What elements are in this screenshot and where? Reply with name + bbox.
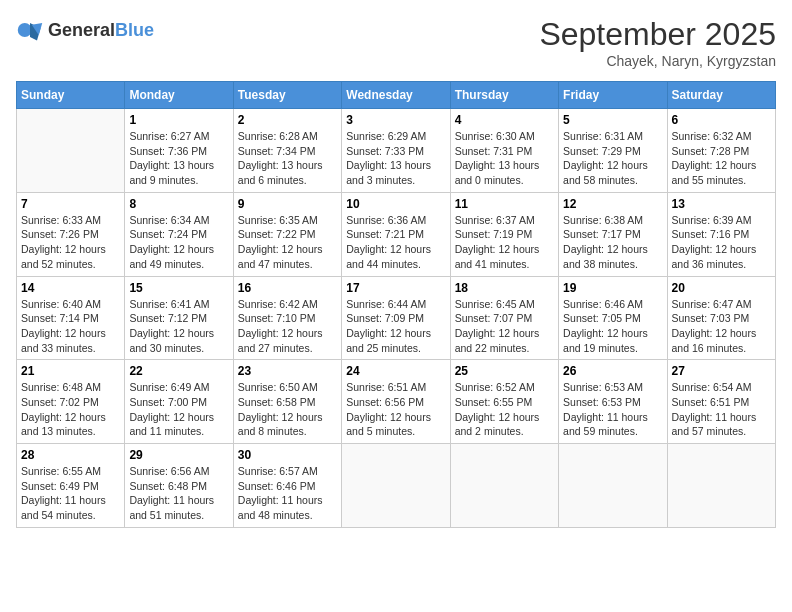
calendar-cell [17,109,125,193]
calendar-cell: 8Sunrise: 6:34 AMSunset: 7:24 PMDaylight… [125,192,233,276]
calendar-cell: 1Sunrise: 6:27 AMSunset: 7:36 PMDaylight… [125,109,233,193]
week-row-2: 7Sunrise: 6:33 AMSunset: 7:26 PMDaylight… [17,192,776,276]
calendar-cell: 15Sunrise: 6:41 AMSunset: 7:12 PMDayligh… [125,276,233,360]
calendar-cell: 27Sunrise: 6:54 AMSunset: 6:51 PMDayligh… [667,360,775,444]
day-number: 10 [346,197,445,211]
calendar-cell: 29Sunrise: 6:56 AMSunset: 6:48 PMDayligh… [125,444,233,528]
day-number: 17 [346,281,445,295]
day-info: Sunrise: 6:27 AMSunset: 7:36 PMDaylight:… [129,129,228,188]
day-info: Sunrise: 6:36 AMSunset: 7:21 PMDaylight:… [346,213,445,272]
week-row-5: 28Sunrise: 6:55 AMSunset: 6:49 PMDayligh… [17,444,776,528]
header-row: SundayMondayTuesdayWednesdayThursdayFrid… [17,82,776,109]
calendar-cell: 17Sunrise: 6:44 AMSunset: 7:09 PMDayligh… [342,276,450,360]
calendar-cell: 9Sunrise: 6:35 AMSunset: 7:22 PMDaylight… [233,192,341,276]
day-info: Sunrise: 6:44 AMSunset: 7:09 PMDaylight:… [346,297,445,356]
calendar-cell: 3Sunrise: 6:29 AMSunset: 7:33 PMDaylight… [342,109,450,193]
calendar-cell: 25Sunrise: 6:52 AMSunset: 6:55 PMDayligh… [450,360,558,444]
day-info: Sunrise: 6:52 AMSunset: 6:55 PMDaylight:… [455,380,554,439]
calendar-cell: 7Sunrise: 6:33 AMSunset: 7:26 PMDaylight… [17,192,125,276]
calendar-cell: 6Sunrise: 6:32 AMSunset: 7:28 PMDaylight… [667,109,775,193]
col-header-friday: Friday [559,82,667,109]
day-info: Sunrise: 6:46 AMSunset: 7:05 PMDaylight:… [563,297,662,356]
day-number: 15 [129,281,228,295]
day-info: Sunrise: 6:49 AMSunset: 7:00 PMDaylight:… [129,380,228,439]
calendar-table: SundayMondayTuesdayWednesdayThursdayFrid… [16,81,776,528]
calendar-cell: 11Sunrise: 6:37 AMSunset: 7:19 PMDayligh… [450,192,558,276]
day-number: 14 [21,281,120,295]
day-info: Sunrise: 6:42 AMSunset: 7:10 PMDaylight:… [238,297,337,356]
calendar-cell: 18Sunrise: 6:45 AMSunset: 7:07 PMDayligh… [450,276,558,360]
logo-icon [16,16,44,44]
logo-blue: Blue [115,20,154,40]
calendar-cell: 19Sunrise: 6:46 AMSunset: 7:05 PMDayligh… [559,276,667,360]
calendar-cell [342,444,450,528]
week-row-4: 21Sunrise: 6:48 AMSunset: 7:02 PMDayligh… [17,360,776,444]
col-header-sunday: Sunday [17,82,125,109]
col-header-thursday: Thursday [450,82,558,109]
day-number: 11 [455,197,554,211]
day-number: 3 [346,113,445,127]
day-info: Sunrise: 6:50 AMSunset: 6:58 PMDaylight:… [238,380,337,439]
day-number: 19 [563,281,662,295]
day-info: Sunrise: 6:37 AMSunset: 7:19 PMDaylight:… [455,213,554,272]
calendar-cell: 22Sunrise: 6:49 AMSunset: 7:00 PMDayligh… [125,360,233,444]
calendar-cell: 2Sunrise: 6:28 AMSunset: 7:34 PMDaylight… [233,109,341,193]
day-info: Sunrise: 6:45 AMSunset: 7:07 PMDaylight:… [455,297,554,356]
day-number: 29 [129,448,228,462]
day-info: Sunrise: 6:41 AMSunset: 7:12 PMDaylight:… [129,297,228,356]
day-info: Sunrise: 6:57 AMSunset: 6:46 PMDaylight:… [238,464,337,523]
calendar-cell: 26Sunrise: 6:53 AMSunset: 6:53 PMDayligh… [559,360,667,444]
day-number: 1 [129,113,228,127]
logo-general: General [48,20,115,40]
day-info: Sunrise: 6:51 AMSunset: 6:56 PMDaylight:… [346,380,445,439]
day-number: 26 [563,364,662,378]
logo: GeneralBlue [16,16,154,44]
calendar-cell: 10Sunrise: 6:36 AMSunset: 7:21 PMDayligh… [342,192,450,276]
calendar-cell: 16Sunrise: 6:42 AMSunset: 7:10 PMDayligh… [233,276,341,360]
col-header-monday: Monday [125,82,233,109]
day-number: 16 [238,281,337,295]
day-info: Sunrise: 6:29 AMSunset: 7:33 PMDaylight:… [346,129,445,188]
day-info: Sunrise: 6:33 AMSunset: 7:26 PMDaylight:… [21,213,120,272]
col-header-tuesday: Tuesday [233,82,341,109]
day-number: 28 [21,448,120,462]
calendar-cell: 14Sunrise: 6:40 AMSunset: 7:14 PMDayligh… [17,276,125,360]
day-info: Sunrise: 6:34 AMSunset: 7:24 PMDaylight:… [129,213,228,272]
day-info: Sunrise: 6:47 AMSunset: 7:03 PMDaylight:… [672,297,771,356]
calendar-cell: 21Sunrise: 6:48 AMSunset: 7:02 PMDayligh… [17,360,125,444]
calendar-cell [450,444,558,528]
calendar-cell: 12Sunrise: 6:38 AMSunset: 7:17 PMDayligh… [559,192,667,276]
day-info: Sunrise: 6:55 AMSunset: 6:49 PMDaylight:… [21,464,120,523]
svg-point-0 [18,23,32,37]
day-number: 30 [238,448,337,462]
day-number: 18 [455,281,554,295]
month-title: September 2025 [539,16,776,53]
day-info: Sunrise: 6:53 AMSunset: 6:53 PMDaylight:… [563,380,662,439]
col-header-wednesday: Wednesday [342,82,450,109]
day-number: 2 [238,113,337,127]
week-row-1: 1Sunrise: 6:27 AMSunset: 7:36 PMDaylight… [17,109,776,193]
title-section: September 2025 Chayek, Naryn, Kyrgyzstan [539,16,776,69]
day-number: 7 [21,197,120,211]
day-number: 27 [672,364,771,378]
calendar-cell [667,444,775,528]
day-number: 9 [238,197,337,211]
day-number: 20 [672,281,771,295]
day-info: Sunrise: 6:39 AMSunset: 7:16 PMDaylight:… [672,213,771,272]
day-info: Sunrise: 6:56 AMSunset: 6:48 PMDaylight:… [129,464,228,523]
calendar-cell: 24Sunrise: 6:51 AMSunset: 6:56 PMDayligh… [342,360,450,444]
calendar-cell [559,444,667,528]
day-number: 21 [21,364,120,378]
page-header: GeneralBlue September 2025 Chayek, Naryn… [16,16,776,69]
calendar-cell: 5Sunrise: 6:31 AMSunset: 7:29 PMDaylight… [559,109,667,193]
calendar-cell: 23Sunrise: 6:50 AMSunset: 6:58 PMDayligh… [233,360,341,444]
calendar-cell: 4Sunrise: 6:30 AMSunset: 7:31 PMDaylight… [450,109,558,193]
day-number: 24 [346,364,445,378]
col-header-saturday: Saturday [667,82,775,109]
day-info: Sunrise: 6:35 AMSunset: 7:22 PMDaylight:… [238,213,337,272]
day-info: Sunrise: 6:32 AMSunset: 7:28 PMDaylight:… [672,129,771,188]
day-number: 22 [129,364,228,378]
day-number: 4 [455,113,554,127]
week-row-3: 14Sunrise: 6:40 AMSunset: 7:14 PMDayligh… [17,276,776,360]
day-number: 8 [129,197,228,211]
